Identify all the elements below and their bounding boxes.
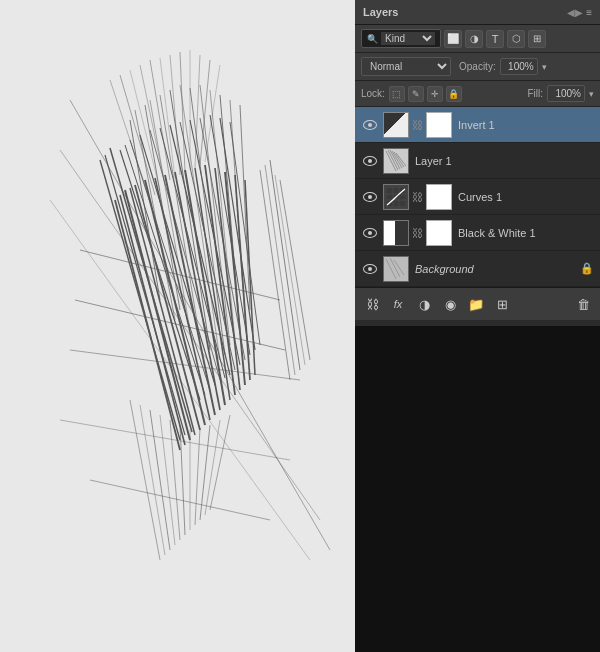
- layers-panel: Layers ◀▶ ≡ 🔍 Kind ⬜ ◑ T ⬡ ⊞ Normal: [355, 0, 600, 652]
- fx-btn[interactable]: fx: [387, 293, 409, 315]
- lock-all-btn[interactable]: 🔒: [446, 86, 462, 102]
- layer-visibility-background[interactable]: [361, 260, 379, 278]
- layer-mask-invert-1: [426, 112, 452, 138]
- layer-visibility-curves-1[interactable]: [361, 188, 379, 206]
- fill-label: Fill:: [527, 88, 543, 99]
- layer-name-bw-1: Black & White 1: [458, 227, 594, 239]
- layers-toolbar: ⛓ fx ◑ ◉ 📁 ⊞ 🗑: [355, 287, 600, 320]
- opacity-arrow-icon: ▾: [542, 62, 547, 72]
- layer-item-curves-1[interactable]: ⛓ Curves 1: [355, 179, 600, 215]
- layer-visibility-bw-1[interactable]: [361, 224, 379, 242]
- kind-select[interactable]: Kind: [381, 32, 435, 45]
- layer-thumb-bw-1: [383, 220, 409, 246]
- layer-thumb-layer-1: [383, 148, 409, 174]
- layer-thumb-curves-1: [383, 184, 409, 210]
- layer-thumb-invert-1: [383, 112, 409, 138]
- eye-icon-invert-1: [363, 120, 377, 130]
- chain-icon-bw-1: ⛓: [412, 227, 423, 239]
- filter-type-btn[interactable]: T: [486, 30, 504, 48]
- layer-thumbnails-bw-1: ⛓: [383, 220, 452, 246]
- layer-visibility-invert-1[interactable]: [361, 116, 379, 134]
- chain-icon-invert-1: ⛓: [412, 119, 423, 131]
- lock-icons: ⬚ ✎ ✛ 🔒: [389, 86, 462, 102]
- panel-header: Layers ◀▶ ≡: [355, 0, 600, 25]
- eye-icon-layer-1: [363, 156, 377, 166]
- blend-row: Normal Opacity: 100% ▾: [355, 53, 600, 81]
- canvas-area: [0, 0, 355, 652]
- new-group-btn[interactable]: 📁: [465, 293, 487, 315]
- link-layers-btn[interactable]: ⛓: [361, 293, 383, 315]
- eye-icon-background: [363, 264, 377, 274]
- blend-mode-select[interactable]: Normal: [361, 57, 451, 76]
- layer-mask-curves-1: [426, 184, 452, 210]
- layer-name-curves-1: Curves 1: [458, 191, 594, 203]
- layer-thumbnails-curves-1: ⛓: [383, 184, 452, 210]
- lock-position-btn[interactable]: ✛: [427, 86, 443, 102]
- search-magnifier-icon: 🔍: [367, 34, 378, 44]
- eye-icon-curves-1: [363, 192, 377, 202]
- panel-collapse-icons: ◀▶ ≡: [567, 7, 592, 18]
- chain-icon-curves-1: ⛓: [412, 191, 423, 203]
- layer-thumbnails-invert-1: ⛓: [383, 112, 452, 138]
- lock-label: Lock:: [361, 88, 385, 99]
- bottom-area: [355, 326, 600, 652]
- new-layer-btn[interactable]: ⊞: [491, 293, 513, 315]
- collapse-icon[interactable]: ◀▶: [567, 7, 583, 18]
- filter-smart-btn[interactable]: ⊞: [528, 30, 546, 48]
- delete-layer-btn[interactable]: 🗑: [572, 293, 594, 315]
- layer-lock-icon-background: 🔒: [580, 262, 594, 275]
- add-mask-btn[interactable]: ◑: [413, 293, 435, 315]
- new-fill-btn[interactable]: ◉: [439, 293, 461, 315]
- filter-adjust-btn[interactable]: ◑: [465, 30, 483, 48]
- lock-transparent-btn[interactable]: ⬚: [389, 86, 405, 102]
- layer-thumb-background: [383, 256, 409, 282]
- search-box[interactable]: 🔍 Kind: [361, 29, 441, 48]
- opacity-label: Opacity:: [459, 61, 496, 72]
- fill-arrow-icon: ▾: [589, 89, 594, 99]
- layer-item-bw-1[interactable]: ⛓ Black & White 1: [355, 215, 600, 251]
- layer-mask-bw-1: [426, 220, 452, 246]
- layer-thumbnails-layer-1: [383, 148, 409, 174]
- layer-name-background: Background: [415, 263, 580, 275]
- layers-list: ⛓ Invert 1: [355, 107, 600, 287]
- layer-item-invert-1[interactable]: ⛓ Invert 1: [355, 107, 600, 143]
- layer-name-invert-1: Invert 1: [458, 119, 594, 131]
- panel-menu-icon[interactable]: ≡: [586, 7, 592, 18]
- layer-item-background[interactable]: Background 🔒: [355, 251, 600, 287]
- eye-icon-bw-1: [363, 228, 377, 238]
- layer-item-layer-1[interactable]: Layer 1: [355, 143, 600, 179]
- layer-name-layer-1: Layer 1: [415, 155, 594, 167]
- opacity-input[interactable]: 100%: [500, 58, 538, 75]
- search-row: 🔍 Kind ⬜ ◑ T ⬡ ⊞: [355, 25, 600, 53]
- layer-thumbnails-background: [383, 256, 409, 282]
- panel-title: Layers: [363, 6, 398, 18]
- fill-input[interactable]: 100%: [547, 85, 585, 102]
- filter-pixel-btn[interactable]: ⬜: [444, 30, 462, 48]
- layer-visibility-layer-1[interactable]: [361, 152, 379, 170]
- lock-row: Lock: ⬚ ✎ ✛ 🔒 Fill: 100% ▾: [355, 81, 600, 107]
- lock-pixels-btn[interactable]: ✎: [408, 86, 424, 102]
- filter-shape-btn[interactable]: ⬡: [507, 30, 525, 48]
- svg-rect-0: [0, 0, 355, 652]
